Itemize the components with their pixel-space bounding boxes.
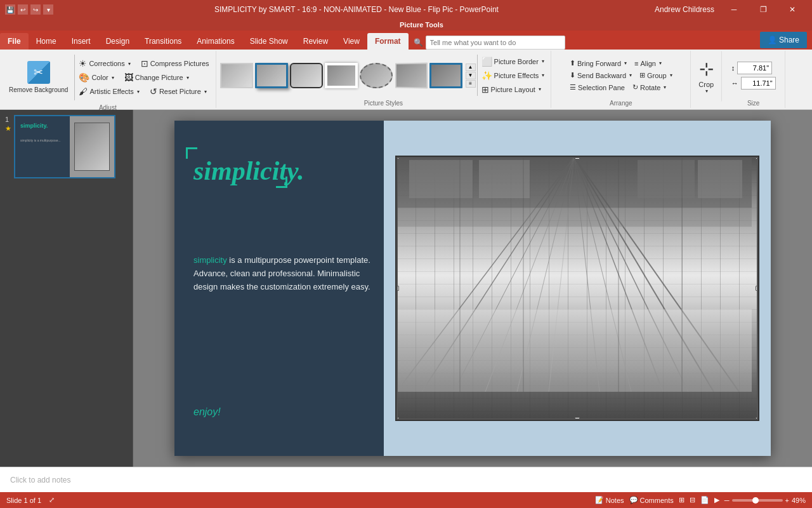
- zoom-slider[interactable]: [732, 499, 783, 502]
- crop-button[interactable]: ⊹ Crop ▾: [691, 51, 722, 102]
- tab-animations[interactable]: Animations: [189, 33, 242, 50]
- redo-icon[interactable]: ↪: [30, 4, 41, 15]
- handle-middle-left[interactable]: [395, 286, 399, 291]
- undo-icon[interactable]: ↩: [18, 4, 28, 15]
- picture-border-button[interactable]: ⬜ Picture Border ▾: [479, 55, 547, 68]
- view-slide-sorter-icon[interactable]: ⊟: [690, 496, 695, 504]
- tab-view[interactable]: View: [336, 33, 367, 50]
- tab-transitions[interactable]: Transitions: [137, 33, 189, 50]
- slide-thumbnail[interactable]: simplicity. simplicity is a multipurpose…: [14, 115, 115, 178]
- gallery-scroll-up[interactable]: ▲: [466, 64, 476, 71]
- svg-rect-17: [698, 160, 742, 198]
- bring-forward-button[interactable]: ⬆ Bring Forward ▾: [567, 58, 629, 69]
- canvas-area[interactable]: simplicity. simplicity is a multipurpose…: [133, 110, 812, 467]
- handle-bottom-left[interactable]: [395, 417, 399, 421]
- picture-style-1[interactable]: [220, 63, 253, 88]
- change-picture-button[interactable]: 🖼 Change Picture ▾: [122, 71, 192, 84]
- save-icon[interactable]: 💾: [5, 4, 15, 15]
- rotate-button[interactable]: ↻ Rotate ▾: [630, 82, 669, 93]
- bring-forward-arrow: ▾: [624, 60, 627, 66]
- width-input[interactable]: [741, 77, 776, 90]
- tab-insert[interactable]: Insert: [64, 33, 98, 50]
- handle-bottom-right[interactable]: [756, 417, 759, 421]
- corrections-button[interactable]: ☀ Corrections ▾: [76, 57, 133, 70]
- fit-to-window-icon[interactable]: ⤢: [49, 496, 55, 504]
- zoom-thumb[interactable]: [752, 497, 759, 504]
- slide-body: simplicity is a multipurpose powerpoint …: [193, 254, 377, 293]
- picture-style-3[interactable]: [290, 63, 323, 88]
- color-button[interactable]: 🎨 Color ▾: [76, 71, 116, 84]
- status-bar: Slide 1 of 1 ⤢ 📝 Notes 💬 Comments ⊞ ⊟ 📄 …: [0, 492, 812, 508]
- view-normal-icon[interactable]: ⊞: [679, 496, 684, 504]
- gallery-scroll-down[interactable]: ▼: [466, 72, 476, 79]
- tab-file[interactable]: File: [0, 33, 29, 50]
- gallery-scroll-more[interactable]: ≡: [466, 80, 476, 88]
- align-button[interactable]: ≡ Align ▾: [632, 58, 664, 69]
- photo-simulation: [396, 157, 758, 420]
- picture-style-4[interactable]: [325, 63, 358, 88]
- minimize-button[interactable]: ─: [719, 0, 749, 19]
- selection-pane-button[interactable]: ☰ Selection Pane: [567, 82, 627, 93]
- comments-button[interactable]: 💬 Comments: [629, 496, 674, 504]
- gallery-scroll[interactable]: ▲ ▼ ≡: [466, 64, 476, 88]
- reset-picture-button[interactable]: ↺ Reset Picture ▾: [147, 85, 209, 98]
- adjust-row2: 🎨 Color ▾ 🖼 Change Picture ▾: [76, 71, 211, 84]
- arrange-buttons: ⬆ Bring Forward ▾ ≡ Align ▾ ⬇ Send Backw…: [567, 58, 675, 93]
- arrange-row2: ⬇ Send Backward ▾ ⊞ Group ▾: [567, 70, 675, 81]
- zoom-in-icon[interactable]: +: [785, 497, 789, 504]
- picture-layout-button[interactable]: ⊞ Picture Layout ▾: [479, 83, 547, 96]
- handle-top-center[interactable]: [575, 156, 580, 159]
- slide-right-panel: ↻: [384, 121, 771, 456]
- slide-number: 1 ★: [5, 115, 11, 133]
- picture-style-5[interactable]: [360, 63, 393, 88]
- remove-background-button[interactable]: ✂ Remove Background: [4, 52, 73, 103]
- artistic-dropdown-arrow: ▾: [137, 89, 140, 95]
- picture-style-6[interactable]: [395, 62, 428, 88]
- size-label: Size: [747, 98, 759, 107]
- layout-dropdown-arrow: ▾: [539, 86, 541, 92]
- notes-button[interactable]: 📝 Notes: [595, 496, 624, 504]
- handle-middle-right[interactable]: [756, 286, 759, 291]
- customize-icon[interactable]: ▾: [43, 4, 53, 15]
- zoom-out-icon[interactable]: ─: [724, 497, 730, 504]
- user-name: Andrew Childress: [655, 5, 714, 14]
- window-controls[interactable]: ─ ❐ ✕: [719, 0, 807, 19]
- slide-title[interactable]: simplicity.: [193, 156, 304, 186]
- compress-button[interactable]: ⊡ Compress Pictures: [138, 57, 212, 70]
- group-button[interactable]: ⊞ Group ▾: [637, 70, 675, 81]
- search-area: 🔍: [409, 36, 755, 50]
- tab-review[interactable]: Review: [296, 33, 336, 50]
- zoom-control[interactable]: ─ + 49%: [724, 497, 806, 504]
- height-input[interactable]: [737, 62, 772, 74]
- tab-format[interactable]: Format: [367, 33, 409, 50]
- align-icon: ≡: [634, 60, 638, 67]
- tab-design[interactable]: Design: [98, 33, 137, 50]
- svg-rect-13: [396, 208, 752, 227]
- notes-bar[interactable]: Click to add notes: [0, 467, 812, 492]
- tab-slideshow[interactable]: Slide Show: [242, 33, 296, 50]
- slide-photo[interactable]: ↻: [395, 156, 759, 421]
- search-input[interactable]: [426, 36, 565, 50]
- handle-bottom-center[interactable]: [575, 417, 580, 421]
- picture-effects-button[interactable]: ✨ Picture Effects ▾: [479, 69, 547, 82]
- arrange-group-content: ⬆ Bring Forward ▾ ≡ Align ▾ ⬇ Send Backw…: [567, 52, 675, 98]
- handle-top-left[interactable]: [395, 156, 399, 159]
- slide-thumb-content: simplicity. simplicity is a multipurpose…: [15, 116, 114, 177]
- slide-enjoy[interactable]: enjoy!: [193, 406, 221, 418]
- handle-top-right[interactable]: [756, 156, 759, 159]
- picture-style-7-active[interactable]: [429, 63, 462, 88]
- notes-placeholder[interactable]: Click to add notes: [10, 476, 70, 485]
- picture-style-buttons: ⬜ Picture Border ▾ ✨ Picture Effects ▾ ⊞…: [479, 55, 547, 96]
- restore-button[interactable]: ❐: [749, 0, 778, 19]
- picture-style-2[interactable]: [255, 63, 288, 88]
- share-button[interactable]: 👤 Share: [760, 32, 807, 48]
- send-backward-button[interactable]: ⬇ Send Backward ▾: [567, 70, 634, 81]
- view-slideshow-icon[interactable]: ▶: [714, 496, 719, 504]
- artistic-effects-button[interactable]: 🖌 Artistic Effects ▾: [76, 85, 141, 98]
- title-bracket-br: [276, 177, 287, 188]
- tab-home[interactable]: Home: [29, 33, 64, 50]
- title-bar-controls[interactable]: 💾 ↩ ↪ ▾: [5, 4, 53, 15]
- close-button[interactable]: ✕: [778, 0, 807, 19]
- view-reading-icon[interactable]: 📄: [700, 496, 709, 504]
- style-gallery: ▲ ▼ ≡: [220, 63, 476, 88]
